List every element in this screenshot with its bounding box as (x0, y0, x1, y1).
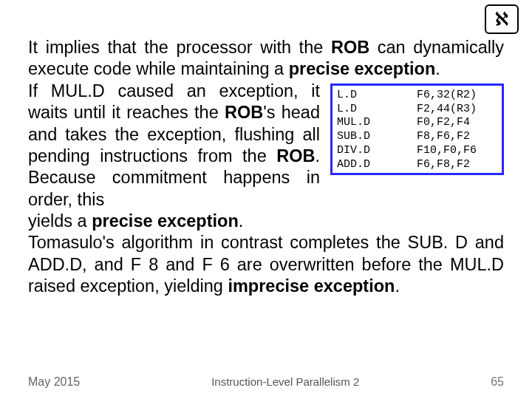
code-listing: L.D F6,32(R2) L.D F2,44(R3) MUL.D F0,F2,… (330, 83, 504, 176)
paragraph-3: yields a precise exception. (28, 211, 504, 232)
paragraph-2: If MUL.D caused an exception, it waits u… (28, 81, 320, 211)
footer-date: May 2015 (28, 375, 80, 389)
slide-footer: May 2015 Instruction-Level Parallelism 2… (28, 375, 504, 389)
text: It implies that the processor with the (28, 38, 331, 57)
text: . (395, 276, 400, 296)
code-line: ADD.D F6,F8,F2 (337, 158, 496, 172)
code-line: DIV.D F10,F0,F6 (337, 144, 496, 158)
code-line: MUL.D F0,F2,F4 (337, 116, 496, 130)
text-bold: precise exception (289, 59, 436, 78)
footer-title: Instruction-Level Parallelism 2 (80, 375, 491, 388)
code-line: L.D F6,32(R2) (337, 89, 496, 103)
text-bold: ROB (225, 103, 263, 122)
code-line: L.D F2,44(R3) (337, 103, 496, 117)
text-bold: imprecise exception (228, 276, 395, 296)
institution-logo: ℵ (485, 4, 519, 34)
text: . (239, 211, 244, 231)
footer-page-number: 65 (491, 375, 504, 389)
paragraph-4: Tomasulo's algorithm in contrast complet… (28, 232, 504, 297)
text: yields a (28, 211, 92, 231)
paragraph-1: It implies that the processor with the R… (28, 37, 504, 81)
text-bold: ROB (276, 146, 315, 166)
slide-body: It implies that the processor with the R… (28, 37, 504, 298)
logo-glyph: ℵ (495, 9, 508, 30)
text: . (435, 59, 440, 78)
text-bold: precise exception (92, 211, 239, 231)
code-line: SUB.D F8,F6,F2 (337, 130, 496, 144)
text-bold: ROB (331, 38, 369, 57)
